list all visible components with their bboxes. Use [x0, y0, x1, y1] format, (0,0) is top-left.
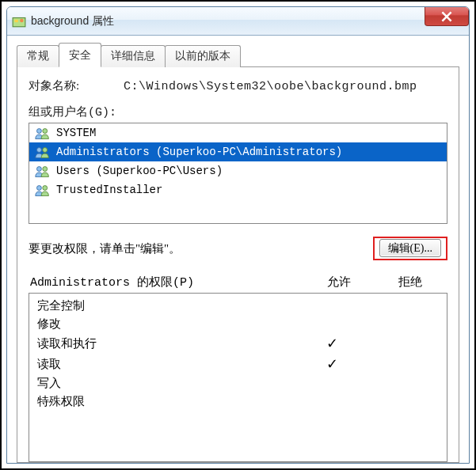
- svg-point-5: [36, 147, 41, 152]
- permission-row: 写入: [29, 374, 447, 392]
- tab-details[interactable]: 详细信息: [101, 45, 166, 67]
- list-item[interactable]: SYSTEM: [29, 123, 447, 142]
- permission-name: 特殊权限: [37, 394, 296, 409]
- tab-general[interactable]: 常规: [17, 45, 59, 67]
- permission-row: 特殊权限: [29, 392, 447, 411]
- titlebar[interactable]: background 属性: [7, 7, 469, 36]
- tab-label: 常规: [27, 49, 49, 62]
- group-icon: [34, 183, 51, 197]
- tab-label: 详细信息: [111, 49, 155, 62]
- group-user-list[interactable]: SYSTEMAdministrators (Superkoo-PC\Admini…: [29, 123, 447, 224]
- list-item-label: Users (Superkoo-PC\Users): [56, 165, 223, 177]
- edit-button-highlight: 编辑(E)...: [373, 237, 447, 260]
- permission-name: 写入: [37, 376, 296, 391]
- permission-row: 读取和执行✓: [29, 333, 447, 354]
- permission-name: 修改: [37, 316, 296, 332]
- list-item[interactable]: TrustedInstaller: [29, 180, 447, 199]
- svg-point-10: [43, 185, 48, 190]
- security-panel: 对象名称: C:\Windows\System32\oobe\backgroun…: [17, 66, 459, 463]
- permission-allow: ✓: [296, 355, 367, 373]
- list-item-label: SYSTEM: [56, 127, 96, 139]
- tab-label: 以前的版本: [175, 49, 230, 62]
- svg-point-7: [36, 166, 41, 171]
- deny-header: 拒绝: [375, 275, 446, 290]
- group-icon: [34, 145, 51, 159]
- tab-label: 安全: [69, 48, 91, 61]
- tab-previous-versions[interactable]: 以前的版本: [165, 45, 241, 67]
- edit-button[interactable]: 编辑(E)...: [379, 239, 441, 257]
- app-icon: [12, 14, 26, 28]
- svg-rect-1: [14, 19, 18, 21]
- properties-dialog: background 属性 常规 安全 详细信息 以前的版本 对象名称: C:\…: [6, 6, 470, 464]
- permission-row: 完全控制: [29, 297, 447, 315]
- edit-button-label: 编辑(E)...: [388, 242, 432, 254]
- list-item[interactable]: Administrators (Superkoo-PC\Administrato…: [29, 142, 447, 161]
- permissions-list: 完全控制修改读取和执行✓读取✓写入特殊权限: [29, 293, 447, 462]
- permission-name: 完全控制: [37, 298, 296, 313]
- permissions-for-label: Administrators 的权限(P): [30, 275, 303, 290]
- close-button[interactable]: [425, 7, 469, 26]
- allow-header: 允许: [303, 275, 375, 290]
- tab-bar: 常规 安全 详细信息 以前的版本: [17, 42, 459, 66]
- permission-row: 修改: [29, 315, 447, 333]
- group-icon: [34, 126, 51, 140]
- svg-point-2: [20, 18, 24, 22]
- list-item-label: Administrators (Superkoo-PC\Administrato…: [56, 146, 342, 158]
- svg-point-6: [43, 147, 48, 152]
- tab-security[interactable]: 安全: [59, 43, 101, 67]
- svg-point-8: [43, 166, 48, 171]
- close-icon: [441, 11, 452, 22]
- svg-point-3: [36, 128, 41, 133]
- window-title: background 属性: [31, 14, 114, 28]
- list-item-label: TrustedInstaller: [56, 184, 162, 196]
- object-name-label: 对象名称:: [29, 78, 100, 93]
- permission-name: 读取: [37, 357, 296, 372]
- svg-point-9: [36, 185, 41, 190]
- permission-name: 读取和执行: [37, 336, 296, 351]
- svg-point-4: [43, 128, 48, 133]
- list-item[interactable]: Users (Superkoo-PC\Users): [29, 161, 447, 180]
- permission-allow: ✓: [296, 335, 367, 352]
- permission-row: 读取✓: [29, 354, 447, 374]
- edit-hint: 要更改权限，请单击"编辑"。: [29, 241, 373, 256]
- object-name-value: C:\Windows\System32\oobe\background.bmp: [124, 80, 417, 93]
- group-user-label: 组或用户名(G):: [29, 104, 447, 119]
- group-icon: [34, 164, 51, 178]
